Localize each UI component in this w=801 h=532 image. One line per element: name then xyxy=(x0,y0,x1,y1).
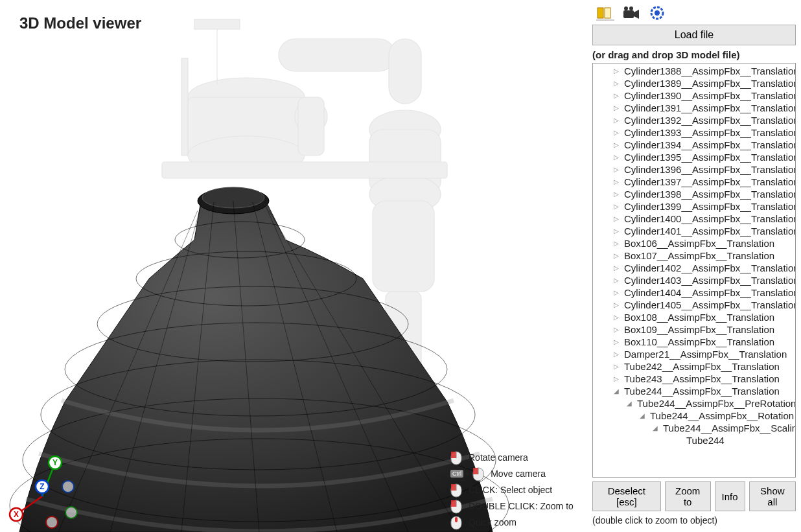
tree-caret-icon[interactable]: ◢ xyxy=(627,400,633,407)
tree-item-label: Tube244 xyxy=(686,435,725,446)
tree-caret-icon[interactable]: ▷ xyxy=(614,240,620,247)
svg-rect-14 xyxy=(194,19,240,29)
tree-item[interactable]: ▷Cylinder1392__AssimpFbx__Translation xyxy=(593,114,796,126)
tree-item[interactable]: ▷Tube242__AssimpFbx__Translation xyxy=(593,360,796,373)
tree-item[interactable]: ▷Box108__AssimpFbx__Translation xyxy=(593,311,796,323)
load-file-button[interactable]: Load file xyxy=(592,25,796,45)
mouse-left-icon xyxy=(472,467,484,480)
tree-caret-icon[interactable]: ◢ xyxy=(640,412,646,419)
tree-item[interactable]: ◢Tube244__AssimpFbx__Scaling xyxy=(593,422,796,434)
drag-hint: (or drag and drop 3D model file) xyxy=(592,49,796,60)
tree-caret-icon[interactable]: ▷ xyxy=(614,129,620,136)
tree-item-label: Cylinder1393__AssimpFbx__Translation xyxy=(624,127,796,138)
mouse-left-icon xyxy=(450,500,462,513)
tree-item[interactable]: ▷Cylinder1394__AssimpFbx__Translation xyxy=(593,139,796,151)
mouse-left-icon xyxy=(450,483,462,496)
svg-point-59 xyxy=(629,6,633,10)
svg-point-41 xyxy=(65,507,77,518)
tree-caret-icon[interactable]: ▷ xyxy=(614,80,620,87)
tree-item[interactable]: ▷Tube243__AssimpFbx__Translation xyxy=(593,373,796,385)
tree-item[interactable]: ▷Box106__AssimpFbx__Translation xyxy=(593,237,796,249)
tree-caret-icon[interactable]: ▷ xyxy=(614,191,620,198)
axis-gizmo[interactable]: X Y Z xyxy=(6,451,78,529)
tree-caret-icon[interactable]: ▷ xyxy=(614,375,620,382)
tree-item[interactable]: ▷Cylinder1403__AssimpFbx__Translation xyxy=(593,274,796,286)
tree-item[interactable]: ▷Cylinder1395__AssimpFbx__Translation xyxy=(593,151,796,163)
tree-caret-icon[interactable]: ▷ xyxy=(614,363,620,370)
info-button[interactable]: Info xyxy=(715,481,745,511)
tree-caret-icon[interactable]: ▷ xyxy=(614,301,620,308)
tree-item[interactable]: ◢Tube244__AssimpFbx__Translation xyxy=(593,385,796,397)
tree-caret-icon[interactable]: ▷ xyxy=(614,141,620,148)
tree-item-label: Tube244__AssimpFbx__Scaling xyxy=(663,422,796,434)
tree-caret-icon[interactable]: ▷ xyxy=(614,104,620,111)
tree-item-label: Cylinder1390__AssimpFbx__Translation xyxy=(624,90,796,101)
tree-item-label: Cylinder1401__AssimpFbx__Translation xyxy=(624,226,796,237)
tab-camera-icon[interactable] xyxy=(622,5,640,21)
svg-rect-56 xyxy=(623,10,634,18)
zoom-to-button[interactable]: Zoom to xyxy=(665,481,711,511)
tree-caret-icon[interactable]: ▷ xyxy=(614,67,620,75)
tree-item[interactable]: ▷Box110__AssimpFbx__Translation xyxy=(593,336,796,348)
tree-caret-icon[interactable]: ▷ xyxy=(614,351,620,358)
tree-item-label: Cylinder1391__AssimpFbx__Translation xyxy=(624,102,796,113)
tree-caret-icon[interactable]: ▷ xyxy=(614,227,620,235)
show-all-button[interactable]: Show all xyxy=(749,481,796,511)
svg-rect-53 xyxy=(455,517,458,522)
tree-caret-icon[interactable]: ▷ xyxy=(614,264,620,272)
tree-item[interactable]: ▷Cylinder1391__AssimpFbx__Translation xyxy=(593,102,796,114)
svg-rect-10 xyxy=(162,162,447,178)
tree-caret-icon[interactable]: ▷ xyxy=(614,166,620,173)
tree-item[interactable]: ▷Cylinder1400__AssimpFbx__Translation xyxy=(593,213,796,225)
tree-item[interactable]: ▷Cylinder1398__AssimpFbx__Translation xyxy=(593,188,796,200)
tree-item-label: Cylinder1389__AssimpFbx__Translation xyxy=(624,78,796,89)
tree-item[interactable]: ▷Cylinder1399__AssimpFbx__Translation xyxy=(593,200,796,213)
tree-item[interactable]: ▷Cylinder1397__AssimpFbx__Translation xyxy=(593,176,796,188)
viewport-3d[interactable]: 3D Model viewer xyxy=(0,0,583,532)
legend-dblclick: DOUBLE CLICK: Zoom to xyxy=(450,500,580,513)
tree-item[interactable]: ▷Cylinder1389__AssimpFbx__Translation xyxy=(593,77,796,89)
tree-caret-icon[interactable]: ▷ xyxy=(614,154,620,161)
tree-caret-icon[interactable]: ▷ xyxy=(614,215,620,222)
tree-item[interactable]: ▷Cylinder1402__AssimpFbx__Translation xyxy=(593,262,796,274)
scene-tree[interactable]: ▷Cylinder1388__AssimpFbx__Translation▷Cy… xyxy=(592,63,796,478)
tree-item[interactable]: ◢Tube244__AssimpFbx__Rotation xyxy=(593,410,796,422)
tree-item-label: Damper21__AssimpFbx__Translation xyxy=(624,349,787,360)
tree-caret-icon[interactable]: ▷ xyxy=(614,92,620,99)
tree-caret-icon[interactable]: ▷ xyxy=(614,178,620,185)
tree-item-label: Cylinder1396__AssimpFbx__Translation xyxy=(624,164,796,175)
tree-item[interactable]: ▷Damper21__AssimpFbx__Translation xyxy=(593,348,796,360)
tree-caret-icon[interactable]: ◢ xyxy=(614,387,620,395)
tab-settings-icon[interactable] xyxy=(648,5,666,21)
tree-caret-icon[interactable]: ▷ xyxy=(614,117,620,124)
tree-item-label: Cylinder1392__AssimpFbx__Translation xyxy=(624,115,796,126)
tree-caret-icon[interactable]: ◢ xyxy=(653,424,659,432)
deselect-button[interactable]: Deselect [esc] xyxy=(592,481,661,511)
tree-item[interactable]: ▷Cylinder1388__AssimpFbx__Translation xyxy=(593,65,796,77)
controls-legend: Rotate camera Ctrl + Move camera CLICK: … xyxy=(450,451,580,532)
tree-item[interactable]: ▷Cylinder1404__AssimpFbx__Translation xyxy=(593,286,796,299)
tree-item[interactable]: ▷Cylinder1401__AssimpFbx__Translation xyxy=(593,225,796,237)
svg-point-61 xyxy=(655,10,660,16)
tree-item[interactable]: ▷Box107__AssimpFbx__Translation xyxy=(593,249,796,262)
tree-caret-icon[interactable]: ▷ xyxy=(614,252,620,259)
tree-item[interactable]: ▷Box109__AssimpFbx__Translation xyxy=(593,323,796,336)
tree-caret-icon[interactable]: ▷ xyxy=(614,277,620,284)
svg-text:Z: Z xyxy=(40,482,44,491)
tree-item[interactable]: ▷Cylinder1396__AssimpFbx__Translation xyxy=(593,163,796,176)
tree-item[interactable]: ▷Cylinder1390__AssimpFbx__Translation xyxy=(593,89,796,102)
tree-item[interactable]: ▷Cylinder1393__AssimpFbx__Translation xyxy=(593,126,796,139)
tree-item[interactable]: Tube244 xyxy=(593,434,796,446)
tree-item[interactable]: ▷Cylinder1405__AssimpFbx__Translation xyxy=(593,299,796,311)
tree-caret-icon[interactable]: ▷ xyxy=(614,326,620,333)
svg-rect-55 xyxy=(605,8,610,18)
tree-item[interactable]: ◢Tube244__AssimpFbx__PreRotation xyxy=(593,397,796,410)
svg-point-58 xyxy=(624,6,628,10)
tab-scene-icon[interactable] xyxy=(596,5,614,21)
tree-caret-icon[interactable]: ▷ xyxy=(614,314,620,321)
tree-caret-icon[interactable]: ▷ xyxy=(614,203,620,210)
tree-caret-icon[interactable]: ▷ xyxy=(614,289,620,296)
tree-caret-icon[interactable]: ▷ xyxy=(614,338,620,345)
tree-item-label: Box110__AssimpFbx__Translation xyxy=(624,336,774,347)
action-row: Deselect [esc] Zoom to Info Show all xyxy=(592,481,796,511)
